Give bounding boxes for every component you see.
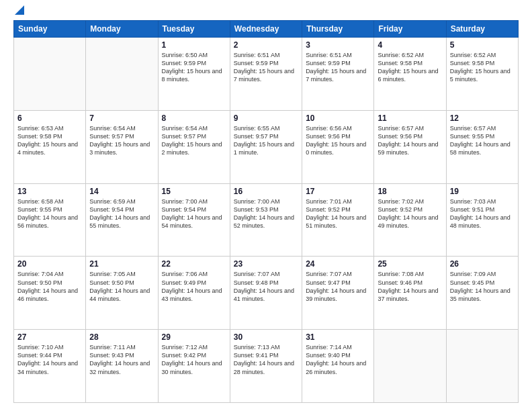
day-info: Sunrise: 7:08 AMSunset: 9:46 PMDaylight:…: [378, 270, 442, 303]
logo: [13, 11, 24, 15]
day-info: Sunrise: 7:03 AMSunset: 9:51 PMDaylight:…: [450, 197, 515, 230]
day-number: 28: [89, 332, 154, 342]
calendar-cell: 28Sunrise: 7:11 AMSunset: 9:43 PMDayligh…: [86, 330, 158, 403]
calendar-cell: 29Sunrise: 7:12 AMSunset: 9:42 PMDayligh…: [158, 330, 230, 403]
calendar-cell: 23Sunrise: 7:07 AMSunset: 9:48 PMDayligh…: [230, 257, 302, 330]
weekday-header: Sunday: [14, 21, 86, 38]
day-number: 20: [17, 259, 82, 269]
day-number: 1: [162, 40, 226, 50]
day-number: 14: [89, 187, 154, 196]
day-number: 4: [378, 40, 442, 50]
weekday-header: Saturday: [446, 21, 518, 38]
day-number: 15: [162, 187, 226, 196]
day-info: Sunrise: 6:59 AMSunset: 9:54 PMDaylight:…: [89, 197, 154, 230]
calendar-table: SundayMondayTuesdayWednesdayThursdayFrid…: [13, 20, 519, 403]
calendar-cell: [86, 38, 158, 111]
day-number: 6: [17, 113, 82, 123]
calendar-cell: 5Sunrise: 6:52 AMSunset: 9:58 PMDaylight…: [446, 38, 518, 111]
day-number: 13: [17, 187, 82, 196]
day-number: 22: [162, 259, 226, 269]
calendar-cell: 11Sunrise: 6:57 AMSunset: 9:56 PMDayligh…: [374, 110, 446, 183]
weekday-header: Friday: [374, 21, 446, 38]
day-info: Sunrise: 7:07 AMSunset: 9:48 PMDaylight:…: [234, 270, 298, 303]
day-number: 3: [306, 40, 370, 50]
calendar-cell: [374, 330, 446, 403]
calendar-cell: 2Sunrise: 6:51 AMSunset: 9:59 PMDaylight…: [230, 38, 302, 111]
calendar-cell: 31Sunrise: 7:14 AMSunset: 9:40 PMDayligh…: [302, 330, 374, 403]
calendar-week-row: 6Sunrise: 6:53 AMSunset: 9:58 PMDaylight…: [14, 110, 519, 183]
day-number: 10: [306, 113, 370, 123]
calendar-cell: 1Sunrise: 6:50 AMSunset: 9:59 PMDaylight…: [158, 38, 230, 111]
day-info: Sunrise: 6:51 AMSunset: 9:59 PMDaylight:…: [306, 51, 370, 84]
day-info: Sunrise: 6:52 AMSunset: 9:58 PMDaylight:…: [450, 51, 515, 84]
calendar-cell: 16Sunrise: 7:00 AMSunset: 9:53 PMDayligh…: [230, 183, 302, 257]
day-info: Sunrise: 7:10 AMSunset: 9:44 PMDaylight:…: [17, 343, 82, 376]
logo-icon: [15, 5, 24, 15]
calendar-cell: 30Sunrise: 7:13 AMSunset: 9:41 PMDayligh…: [230, 330, 302, 403]
day-info: Sunrise: 6:57 AMSunset: 9:55 PMDaylight:…: [450, 124, 515, 157]
day-number: 7: [89, 113, 154, 123]
calendar-week-row: 1Sunrise: 6:50 AMSunset: 9:59 PMDaylight…: [14, 38, 519, 111]
day-number: 2: [234, 40, 298, 50]
day-info: Sunrise: 6:57 AMSunset: 9:56 PMDaylight:…: [378, 124, 442, 157]
day-number: 21: [89, 259, 154, 269]
calendar-cell: 8Sunrise: 6:54 AMSunset: 9:57 PMDaylight…: [158, 110, 230, 183]
day-info: Sunrise: 7:09 AMSunset: 9:45 PMDaylight:…: [450, 270, 515, 303]
calendar-cell: 22Sunrise: 7:06 AMSunset: 9:49 PMDayligh…: [158, 257, 230, 330]
day-number: 31: [306, 332, 370, 342]
day-info: Sunrise: 7:11 AMSunset: 9:43 PMDaylight:…: [89, 343, 154, 376]
day-number: 19: [450, 187, 515, 196]
weekday-header: Wednesday: [230, 21, 302, 38]
day-info: Sunrise: 6:50 AMSunset: 9:59 PMDaylight:…: [162, 51, 226, 84]
calendar-cell: 17Sunrise: 7:01 AMSunset: 9:52 PMDayligh…: [302, 183, 374, 257]
day-number: 5: [450, 40, 515, 50]
calendar-cell: 19Sunrise: 7:03 AMSunset: 9:51 PMDayligh…: [446, 183, 518, 257]
calendar-cell: 10Sunrise: 6:56 AMSunset: 9:56 PMDayligh…: [302, 110, 374, 183]
calendar-cell: 20Sunrise: 7:04 AMSunset: 9:50 PMDayligh…: [14, 257, 86, 330]
day-number: 11: [378, 113, 442, 123]
calendar-cell: 12Sunrise: 6:57 AMSunset: 9:55 PMDayligh…: [446, 110, 518, 183]
day-info: Sunrise: 7:05 AMSunset: 9:50 PMDaylight:…: [89, 270, 154, 303]
day-info: Sunrise: 6:52 AMSunset: 9:58 PMDaylight:…: [378, 51, 442, 84]
calendar-cell: 24Sunrise: 7:07 AMSunset: 9:47 PMDayligh…: [302, 257, 374, 330]
calendar-cell: [446, 330, 518, 403]
day-info: Sunrise: 6:51 AMSunset: 9:59 PMDaylight:…: [234, 51, 298, 84]
calendar-cell: 9Sunrise: 6:55 AMSunset: 9:57 PMDaylight…: [230, 110, 302, 183]
calendar-week-row: 13Sunrise: 6:58 AMSunset: 9:55 PMDayligh…: [14, 183, 519, 257]
calendar-cell: 4Sunrise: 6:52 AMSunset: 9:58 PMDaylight…: [374, 38, 446, 111]
header: [13, 11, 519, 15]
day-number: 8: [162, 113, 226, 123]
weekday-header: Thursday: [302, 21, 374, 38]
calendar-cell: 13Sunrise: 6:58 AMSunset: 9:55 PMDayligh…: [14, 183, 86, 257]
weekday-header: Monday: [86, 21, 158, 38]
day-info: Sunrise: 7:01 AMSunset: 9:52 PMDaylight:…: [306, 197, 370, 230]
day-number: 27: [17, 332, 82, 342]
day-number: 26: [450, 259, 515, 269]
day-number: 17: [306, 187, 370, 196]
day-info: Sunrise: 7:12 AMSunset: 9:42 PMDaylight:…: [162, 343, 226, 376]
day-info: Sunrise: 6:55 AMSunset: 9:57 PMDaylight:…: [234, 124, 298, 157]
day-number: 29: [162, 332, 226, 342]
calendar-cell: 21Sunrise: 7:05 AMSunset: 9:50 PMDayligh…: [86, 257, 158, 330]
day-info: Sunrise: 7:13 AMSunset: 9:41 PMDaylight:…: [234, 343, 298, 376]
day-info: Sunrise: 6:54 AMSunset: 9:57 PMDaylight:…: [89, 124, 154, 157]
weekday-header-row: SundayMondayTuesdayWednesdayThursdayFrid…: [14, 21, 519, 38]
day-info: Sunrise: 7:04 AMSunset: 9:50 PMDaylight:…: [17, 270, 82, 303]
day-info: Sunrise: 7:14 AMSunset: 9:40 PMDaylight:…: [306, 343, 370, 376]
day-info: Sunrise: 7:07 AMSunset: 9:47 PMDaylight:…: [306, 270, 370, 303]
weekday-header: Tuesday: [158, 21, 230, 38]
day-number: 12: [450, 113, 515, 123]
day-info: Sunrise: 7:00 AMSunset: 9:53 PMDaylight:…: [234, 197, 298, 230]
calendar-cell: 18Sunrise: 7:02 AMSunset: 9:52 PMDayligh…: [374, 183, 446, 257]
day-number: 24: [306, 259, 370, 269]
page: SundayMondayTuesdayWednesdayThursdayFrid…: [0, 0, 532, 411]
day-info: Sunrise: 7:00 AMSunset: 9:54 PMDaylight:…: [162, 197, 226, 230]
day-number: 23: [234, 259, 298, 269]
day-number: 16: [234, 187, 298, 196]
calendar-cell: 27Sunrise: 7:10 AMSunset: 9:44 PMDayligh…: [14, 330, 86, 403]
calendar-cell: 3Sunrise: 6:51 AMSunset: 9:59 PMDaylight…: [302, 38, 374, 111]
day-number: 18: [378, 187, 442, 196]
calendar-cell: 25Sunrise: 7:08 AMSunset: 9:46 PMDayligh…: [374, 257, 446, 330]
day-info: Sunrise: 7:02 AMSunset: 9:52 PMDaylight:…: [378, 197, 442, 230]
day-number: 25: [378, 259, 442, 269]
